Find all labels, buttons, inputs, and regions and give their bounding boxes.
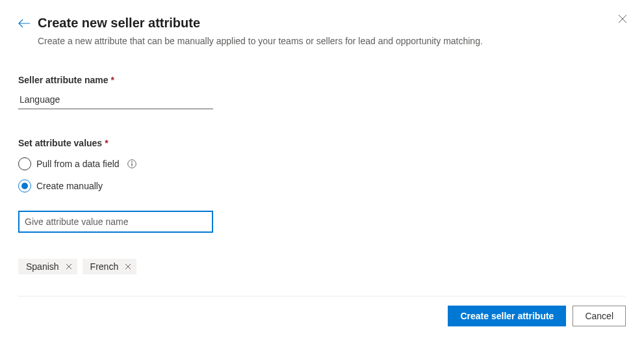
radio-pull-from-field[interactable]	[18, 157, 31, 170]
chip-label: French	[90, 261, 119, 272]
page-subtitle: Create a new attribute that can be manua…	[38, 36, 626, 46]
attribute-name-input[interactable]	[18, 90, 213, 109]
attribute-value-chips: Spanish French	[18, 259, 626, 274]
required-indicator: *	[105, 138, 108, 148]
page-title: Create new seller attribute	[38, 16, 200, 31]
attribute-value-input[interactable]	[18, 211, 213, 233]
svg-rect-2	[131, 163, 132, 166]
chip-remove-icon[interactable]	[66, 263, 72, 270]
cancel-button[interactable]: Cancel	[573, 306, 626, 326]
footer-actions: Create seller attribute Cancel	[448, 306, 626, 326]
attribute-name-label-text: Seller attribute name	[18, 75, 109, 85]
chip-item: Spanish	[18, 259, 77, 274]
close-icon[interactable]	[618, 14, 627, 25]
required-indicator: *	[111, 75, 114, 85]
info-icon[interactable]	[127, 159, 136, 168]
attribute-name-label: Seller attribute name*	[18, 75, 626, 85]
back-arrow-icon[interactable]	[18, 19, 30, 30]
footer-divider	[18, 296, 626, 296]
radio-create-manually[interactable]	[18, 179, 31, 192]
svg-point-1	[131, 161, 133, 163]
radio-manual-label: Create manually	[36, 181, 103, 191]
chip-item: French	[83, 259, 137, 274]
radio-pull-label: Pull from a data field	[36, 159, 120, 169]
attribute-values-label-text: Set attribute values	[18, 138, 102, 148]
attribute-values-radio-group: Pull from a data field Create manually	[18, 157, 626, 192]
attribute-values-label: Set attribute values*	[18, 138, 626, 148]
create-attribute-panel: Create new seller attribute Create a new…	[0, 0, 644, 274]
chip-label: Spanish	[26, 261, 59, 272]
create-button[interactable]: Create seller attribute	[448, 306, 566, 326]
chip-remove-icon[interactable]	[125, 263, 131, 270]
